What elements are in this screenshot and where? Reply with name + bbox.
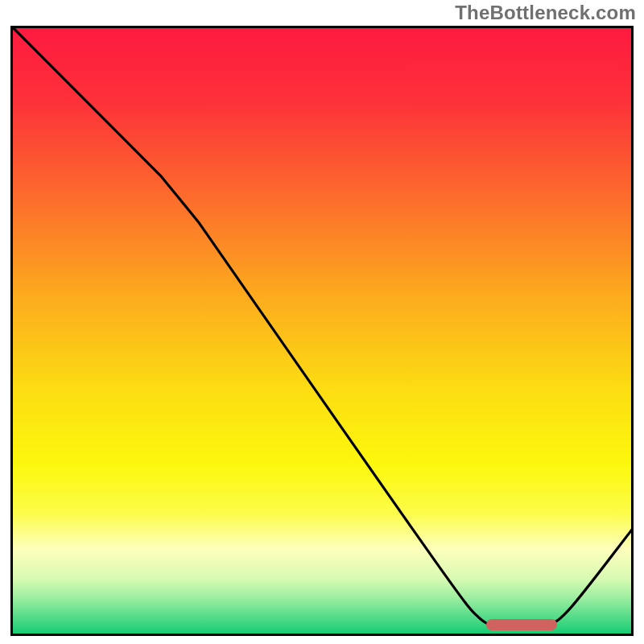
plot-area	[10, 26, 634, 636]
watermark-text: TheBottleneck.com	[455, 2, 636, 24]
optimal-range-marker	[486, 619, 557, 630]
curve-path	[14, 28, 631, 628]
chart-stage: TheBottleneck.com	[0, 0, 644, 644]
bottleneck-curve	[13, 28, 631, 634]
